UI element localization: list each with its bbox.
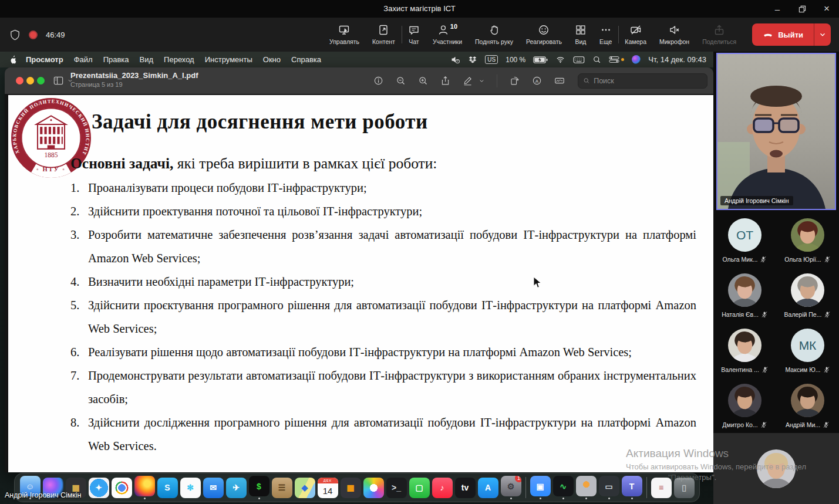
- mic-muted-icon: [760, 256, 767, 263]
- task-number: 4.: [70, 270, 88, 293]
- dock-app-icon[interactable]: [112, 478, 132, 498]
- highlight-button[interactable]: [532, 75, 542, 86]
- dock-app-glyph: S: [164, 483, 170, 492]
- participant-tile[interactable]: Валерій Пе...: [776, 269, 839, 323]
- dock-app-icon[interactable]: S: [157, 478, 178, 498]
- zoom-out-button[interactable]: [396, 75, 406, 86]
- toolbar-button[interactable]: Поднять руку: [469, 18, 520, 52]
- dock-app-icon[interactable]: ◆: [295, 478, 315, 498]
- wifi-icon[interactable]: [555, 55, 565, 64]
- dock-app-icon[interactable]: ▦: [341, 478, 361, 498]
- search-field[interactable]: [578, 73, 708, 89]
- dock-app-glyph: ☰: [278, 483, 286, 492]
- dock-app-icon[interactable]: [134, 476, 155, 496]
- dock-app-icon[interactable]: ДЕК 14: [318, 478, 338, 498]
- toolbar-button[interactable]: 10 Участники: [426, 18, 469, 52]
- dock-app-icon[interactable]: ✈: [226, 478, 247, 498]
- minimize-button[interactable]: –: [765, 0, 790, 18]
- info-button[interactable]: [373, 75, 383, 86]
- dock-app-icon[interactable]: ▯: [674, 478, 695, 498]
- dock-app-icon[interactable]: [576, 476, 597, 496]
- dock-app-icon[interactable]: ✉: [203, 478, 224, 498]
- participant-tile[interactable]: МК Максим Ю...: [776, 324, 839, 378]
- keyboard-layout-badge[interactable]: US: [485, 55, 498, 64]
- restore-button[interactable]: [790, 0, 814, 18]
- recording-indicator-icon[interactable]: [29, 31, 38, 39]
- close-button[interactable]: ×: [814, 0, 839, 18]
- toolbar-button[interactable]: Еще: [593, 18, 618, 52]
- dock-app-icon[interactable]: [363, 478, 384, 498]
- dock-app-icon[interactable]: ▭: [599, 476, 619, 496]
- svg-text:1885: 1885: [45, 151, 58, 158]
- participant-name: Наталія Єв...: [722, 311, 759, 318]
- close-traffic-light[interactable]: [16, 77, 23, 84]
- task-number: 6.: [70, 340, 88, 364]
- menu-item[interactable]: Файл: [69, 55, 98, 64]
- leave-button[interactable]: Выйти: [752, 23, 814, 46]
- menu-item[interactable]: Переход: [159, 55, 200, 64]
- dock-app-icon[interactable]: ≡: [651, 478, 672, 498]
- dock-app-icon[interactable]: $: [249, 476, 269, 496]
- menu-item[interactable]: Просмотр: [21, 55, 69, 64]
- dock-app-icon[interactable]: ♪: [432, 478, 453, 498]
- dock-app-icon[interactable]: ▣: [530, 476, 551, 496]
- participant-tile[interactable]: Андрій Ми...: [776, 379, 839, 434]
- menu-item[interactable]: Окно: [258, 55, 286, 64]
- control-center-icon[interactable]: [609, 56, 624, 63]
- menu-item[interactable]: Инструменты: [200, 55, 258, 64]
- dock-app-icon[interactable]: ☰: [272, 478, 292, 498]
- siri-icon[interactable]: [632, 55, 641, 64]
- participant-tile[interactable]: Наталія Єв...: [713, 269, 776, 323]
- preview-titlebar: Prezentatsiia_2023_Simkin_A_I.pdf Страни…: [5, 67, 713, 94]
- dock-app-icon[interactable]: >_: [386, 478, 407, 498]
- dock-app-icon[interactable]: A: [478, 478, 498, 498]
- search-input[interactable]: [592, 76, 702, 86]
- menu-item[interactable]: Справка: [286, 55, 326, 64]
- dock-app-icon[interactable]: ∿: [553, 476, 574, 496]
- active-speaker-video[interactable]: Андрій Ігорович Сімкін: [716, 53, 836, 210]
- zoom-in-button[interactable]: [418, 75, 428, 86]
- dock-app-icon[interactable]: tv: [455, 478, 476, 498]
- share-button[interactable]: [440, 75, 450, 86]
- rotate-button[interactable]: [510, 75, 520, 86]
- apple-menu-icon[interactable]: [8, 55, 18, 65]
- zoom-traffic-light[interactable]: [37, 77, 45, 84]
- minimize-traffic-light[interactable]: [26, 77, 34, 84]
- toolbar-button[interactable]: Реагировать: [520, 18, 568, 52]
- security-shield-icon[interactable]: [9, 29, 21, 40]
- mic-muted-icon: [761, 311, 768, 318]
- keyboard-icon[interactable]: [573, 56, 585, 64]
- dock-app-icon[interactable]: ✻: [180, 478, 201, 498]
- markup-pencil-button[interactable]: [463, 75, 473, 86]
- running-indicator: [631, 498, 633, 499]
- participant-tile[interactable]: ОТ Ольга Мик...: [713, 214, 776, 268]
- signature-button[interactable]: [554, 75, 565, 86]
- shared-screen: ПросмотрФайлПравкаВидПереходИнструментыО…: [0, 52, 713, 504]
- toolbar-button[interactable]: Поделиться: [696, 18, 743, 52]
- task-text: Визначити необхідні параметри ІТ-інфраст…: [88, 270, 696, 293]
- participant-tile[interactable]: Ольга Юрії...: [776, 214, 839, 268]
- spotlight-search-icon[interactable]: [592, 55, 601, 64]
- participant-tile[interactable]: Дмитро Ко...: [713, 379, 776, 434]
- menu-clock[interactable]: Чт, 14 дек. 09:43: [648, 55, 706, 64]
- menu-item[interactable]: Вид: [134, 55, 159, 64]
- menu-item[interactable]: Правка: [98, 55, 134, 64]
- toolbar-button[interactable]: Контент: [366, 18, 402, 52]
- dropbox-icon[interactable]: [468, 55, 477, 65]
- dock-app-glyph: T: [629, 482, 635, 491]
- toolbar-button[interactable]: Управлять: [323, 18, 366, 52]
- toolbar-button[interactable]: Чат: [402, 18, 426, 52]
- dock-app-icon[interactable]: T: [622, 476, 642, 496]
- toolbar-button[interactable]: Вид: [568, 18, 593, 52]
- dock-app-icon[interactable]: ✦: [89, 478, 109, 498]
- markup-chevron-button[interactable]: [479, 77, 485, 84]
- participant-video-tile[interactable]: [713, 433, 839, 504]
- sound-alert-icon[interactable]: [450, 55, 460, 65]
- toolbar-button[interactable]: Микрофон: [653, 18, 696, 52]
- toolbar-button[interactable]: Камера: [618, 18, 653, 52]
- leave-options-button[interactable]: [814, 23, 831, 46]
- dock-app-icon[interactable]: ▢: [409, 478, 430, 498]
- participant-tile[interactable]: Валентина ...: [713, 324, 776, 378]
- dock-app-icon[interactable]: ⚙ 1: [501, 476, 521, 496]
- running-indicator: [144, 498, 146, 499]
